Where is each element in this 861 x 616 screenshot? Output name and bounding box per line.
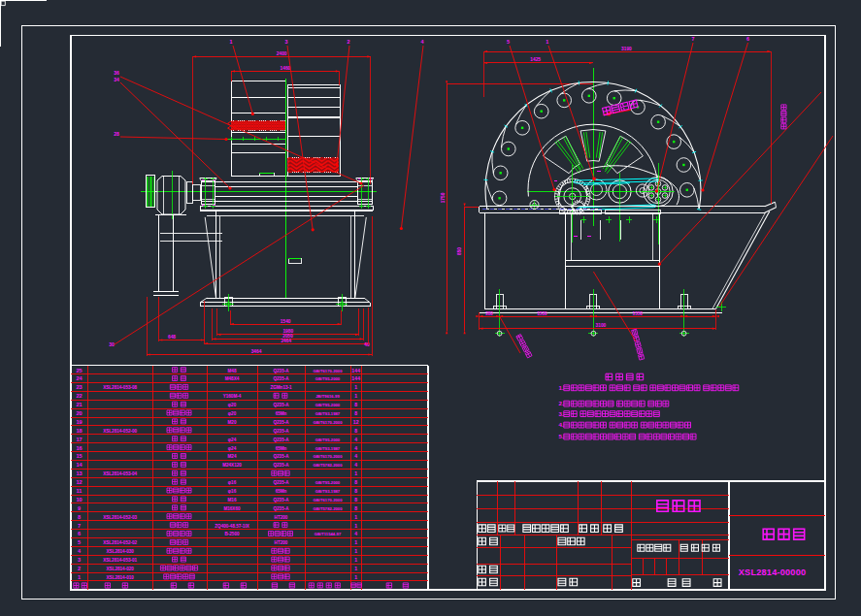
svg-text:GB/T93-1987: GB/T93-1987: [315, 489, 341, 494]
svg-text:M16X60: M16X60: [223, 506, 241, 511]
svg-text:8: 8: [354, 488, 357, 494]
svg-text:10: 10: [76, 497, 82, 503]
svg-text:XSL2814-052-00: XSL2814-052-00: [103, 429, 137, 434]
svg-text:XSL2814-053-08: XSL2814-053-08: [103, 385, 137, 390]
svg-text:Q235-A: Q235-A: [273, 420, 289, 425]
svg-text:8: 8: [354, 505, 357, 511]
svg-text:Q235-A: Q235-A: [273, 463, 289, 468]
svg-text:3464: 3464: [251, 349, 262, 354]
svg-text:11: 11: [77, 488, 83, 494]
svg-text:3: 3: [285, 39, 288, 45]
svg-text:2400: 2400: [277, 51, 287, 56]
svg-text:XSL2814-00000: XSL2814-00000: [739, 567, 807, 577]
svg-text:1425: 1425: [530, 57, 541, 62]
svg-text:3: 3: [78, 557, 81, 563]
svg-text:23: 23: [76, 384, 82, 390]
svg-text:GB/T11544-97: GB/T11544-97: [315, 532, 342, 536]
svg-text:20: 20: [76, 410, 82, 416]
svg-text:65Mn: 65Mn: [276, 411, 287, 416]
svg-text:1: 1: [354, 393, 357, 399]
svg-text:21: 21: [76, 402, 82, 407]
svg-text:144: 144: [351, 368, 360, 373]
svg-text:1: 1: [78, 574, 81, 580]
svg-text:8: 8: [354, 402, 357, 407]
svg-text:XSL2814-052-02: XSL2814-052-02: [103, 540, 137, 545]
svg-text:ZQ400-48.57-1IX: ZQ400-48.57-1IX: [215, 524, 249, 529]
svg-text:GB/T95-2000: GB/T95-2000: [315, 480, 341, 485]
svg-text:648: 648: [168, 335, 176, 340]
svg-text:φ24: φ24: [228, 446, 237, 451]
svg-text:8: 8: [354, 428, 357, 434]
svg-text:XSL2814-030: XSL2814-030: [107, 549, 135, 554]
svg-text:7: 7: [78, 523, 81, 529]
svg-text:4: 4: [354, 445, 357, 451]
svg-text:XSL2814-052-03: XSL2814-052-03: [103, 515, 137, 520]
svg-text:5.: 5.: [559, 433, 564, 439]
svg-text:Q235-A: Q235-A: [273, 376, 289, 381]
svg-text:XSL2814-020: XSL2814-020: [107, 567, 135, 571]
svg-text:19: 19: [76, 419, 82, 425]
svg-text:XSL2814-010: XSL2814-010: [107, 575, 135, 580]
svg-text:1540: 1540: [281, 319, 291, 324]
svg-text:M24: M24: [228, 454, 237, 459]
svg-text:φ16: φ16: [228, 480, 237, 485]
svg-text:ZGMn13-1: ZGMn13-1: [270, 385, 292, 390]
svg-text:1: 1: [354, 384, 357, 390]
svg-text:M24X120: M24X120: [222, 463, 242, 468]
svg-text:Y160M-4: Y160M-4: [223, 394, 242, 399]
svg-text:GB/T6170-2000: GB/T6170-2000: [313, 369, 343, 373]
svg-text:M48: M48: [228, 369, 237, 373]
svg-text:1: 1: [230, 39, 233, 45]
svg-text:1: 1: [354, 566, 357, 571]
svg-text:4: 4: [354, 462, 357, 468]
svg-text:5: 5: [507, 39, 510, 45]
svg-text:13: 13: [76, 470, 82, 476]
svg-text:GB/T95-2000: GB/T95-2000: [315, 376, 341, 381]
svg-text:GB/T93-1987: GB/T93-1987: [315, 446, 341, 451]
svg-text:1: 1: [354, 548, 357, 554]
svg-text:M48X4: M48X4: [225, 376, 240, 381]
svg-text:36: 36: [114, 70, 119, 76]
svg-text:40: 40: [364, 342, 370, 347]
svg-text:280: 280: [485, 311, 493, 316]
svg-text:34: 34: [114, 77, 119, 82]
svg-text:φ20: φ20: [228, 411, 237, 416]
svg-text:1550: 1550: [633, 311, 644, 316]
svg-text:12: 12: [76, 479, 82, 485]
svg-text:GB/T5782-2000: GB/T5782-2000: [313, 506, 343, 511]
svg-text:1750: 1750: [441, 192, 446, 203]
svg-text:30: 30: [109, 341, 115, 347]
svg-text:HT200: HT200: [275, 515, 288, 520]
svg-text:B-2500: B-2500: [224, 532, 240, 536]
svg-text:GB/T6170-2000: GB/T6170-2000: [313, 498, 343, 503]
svg-text:9: 9: [78, 505, 81, 511]
svg-text:1: 1: [354, 523, 357, 529]
svg-text:3190: 3190: [621, 47, 632, 51]
svg-text:4: 4: [354, 453, 357, 459]
svg-text:GB/T93-1987: GB/T93-1987: [315, 411, 341, 416]
svg-text:HT200: HT200: [275, 540, 288, 545]
svg-text:25: 25: [76, 368, 82, 373]
svg-text:1: 1: [354, 514, 357, 520]
svg-text:7: 7: [692, 36, 695, 42]
svg-text:8: 8: [78, 514, 81, 520]
svg-text:Q235-A: Q235-A: [273, 454, 289, 459]
svg-text:850: 850: [457, 247, 462, 255]
svg-text:Q235-A: Q235-A: [273, 506, 289, 511]
svg-text:8: 8: [354, 410, 357, 416]
svg-text:12: 12: [353, 419, 359, 425]
svg-text:1: 1: [354, 539, 357, 545]
svg-text:GB/T95-2000: GB/T95-2000: [315, 438, 341, 442]
svg-text:3100: 3100: [596, 323, 607, 328]
svg-text:φ24: φ24: [228, 438, 237, 442]
svg-text:Q235-A: Q235-A: [273, 438, 289, 442]
svg-text:4: 4: [354, 531, 357, 536]
svg-text:4.: 4.: [559, 421, 564, 428]
svg-text:Q235-A: Q235-A: [273, 403, 289, 407]
svg-text:17: 17: [76, 437, 82, 442]
svg-text:XSL2814-053-04: XSL2814-053-04: [103, 471, 137, 476]
svg-text:2: 2: [348, 39, 350, 45]
svg-text:28: 28: [114, 131, 119, 137]
svg-text:φ20: φ20: [228, 403, 237, 407]
svg-text:JB/T9616-99: JB/T9616-99: [315, 394, 340, 399]
